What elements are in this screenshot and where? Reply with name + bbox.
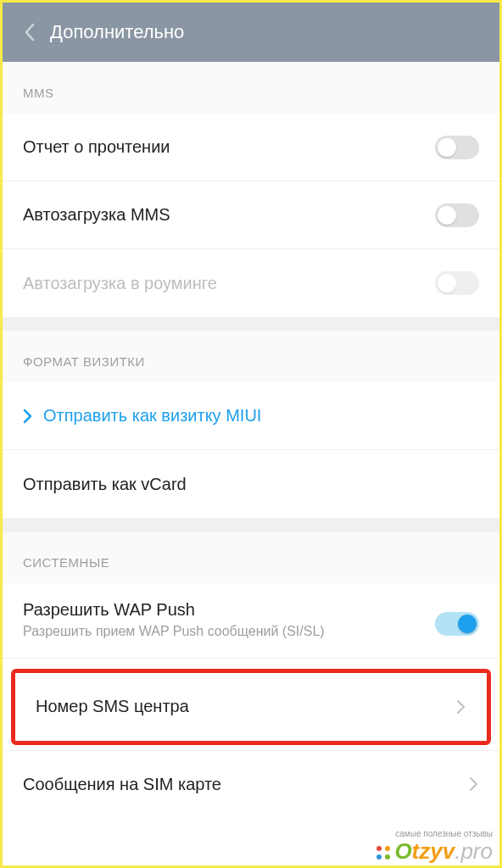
section-label: MMS xyxy=(23,86,479,100)
row-title: Разрешить WAP Push xyxy=(23,600,435,620)
toggle-auto-download-mms[interactable] xyxy=(435,203,479,227)
row-auto-download-roaming: Автозагрузка в роуминге xyxy=(3,249,499,317)
row-title: Автозагрузка MMS xyxy=(23,205,435,225)
svg-point-2 xyxy=(376,854,382,860)
row-send-miui-vcard[interactable]: Отправить как визитку MIUI xyxy=(3,382,499,450)
section-gap xyxy=(3,317,499,331)
section-label: СИСТЕМНЫЕ xyxy=(23,555,479,570)
section-label: ФОРМАТ ВИЗИТКИ xyxy=(23,354,479,369)
section-header-system: СИСТЕМНЫЕ xyxy=(3,531,499,583)
row-auto-download-mms[interactable]: Автозагрузка MMS xyxy=(3,181,499,249)
chevron-right-icon xyxy=(469,776,479,792)
row-title: Отправить как визитку MIUI xyxy=(43,406,479,426)
toggle-wap-push[interactable] xyxy=(435,612,479,636)
header-bar: Дополнительно xyxy=(3,3,499,62)
star-icon xyxy=(374,843,393,862)
svg-point-0 xyxy=(376,846,382,851)
section-gap xyxy=(3,518,499,531)
row-subtitle: Разрешить прием WAP Push сообщений (SI/S… xyxy=(23,623,435,641)
svg-point-3 xyxy=(385,854,390,860)
section-header-mms: MMS xyxy=(3,62,499,114)
row-read-report[interactable]: Отчет о прочтении xyxy=(3,114,499,181)
row-sim-messages[interactable]: Сообщения на SIM карте xyxy=(3,750,499,818)
chevron-left-icon xyxy=(24,23,36,42)
toggle-auto-download-roaming xyxy=(435,271,479,295)
chevron-right-icon xyxy=(456,699,466,715)
toggle-knob xyxy=(438,138,456,157)
back-button[interactable] xyxy=(13,15,47,49)
page-title: Дополнительно xyxy=(50,21,184,43)
row-title: Автозагрузка в роуминге xyxy=(23,274,435,293)
section-header-vcard: ФОРМАТ ВИЗИТКИ xyxy=(3,331,499,382)
watermark-tagline: самые полезные отзывы xyxy=(374,830,493,838)
toggle-read-report[interactable] xyxy=(435,136,479,159)
toggle-knob xyxy=(458,615,477,633)
highlight-sms-center: Номер SMS центра xyxy=(11,669,491,745)
row-title: Сообщения на SIM карте xyxy=(23,775,462,794)
svg-point-1 xyxy=(385,846,390,851)
row-title: Номер SMS центра xyxy=(36,697,449,716)
toggle-knob xyxy=(438,206,456,225)
watermark-logo: Otzyv.pro xyxy=(374,840,493,862)
row-sms-center[interactable]: Номер SMS центра xyxy=(15,673,487,741)
watermark: самые полезные отзывы Otzyv.pro xyxy=(374,830,493,862)
row-wap-push[interactable]: Разрешить WAP Push Разрешить прием WAP P… xyxy=(3,583,499,659)
row-title: Отчет о прочтении xyxy=(23,137,435,157)
row-title: Отправить как vCard xyxy=(23,475,479,494)
toggle-knob xyxy=(438,274,456,292)
chevron-right-icon xyxy=(23,409,33,424)
row-send-vcard[interactable]: Отправить как vCard xyxy=(3,450,499,518)
